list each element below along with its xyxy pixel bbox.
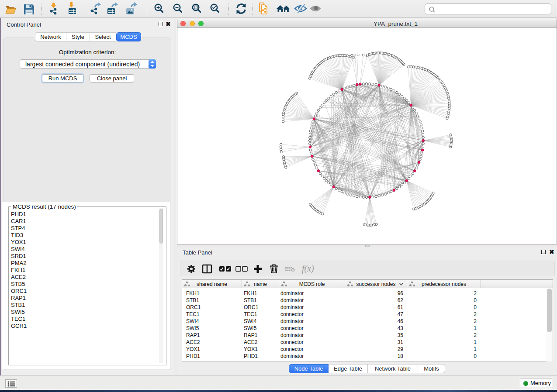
svg-text:f(x): f(x) [302,264,314,274]
